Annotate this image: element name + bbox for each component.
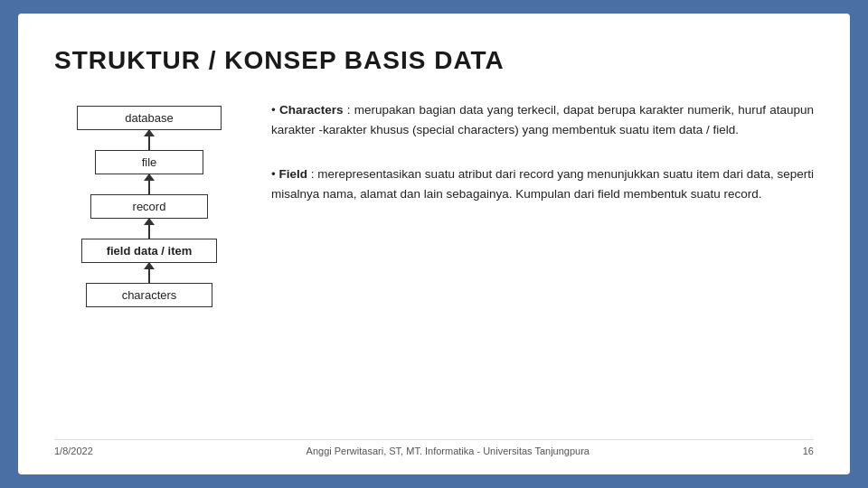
box-characters: characters	[86, 283, 212, 307]
arrow-file-to-record	[148, 174, 150, 194]
bullet-dot-2: •	[271, 167, 279, 181]
slide-footer: 1/8/2022 Anggi Perwitasari, ST, MT. Info…	[54, 439, 814, 456]
slide-content: database file record field data / item c…	[54, 97, 814, 432]
diagram-column: database file record field data / item c…	[54, 97, 244, 432]
footer-author: Anggi Perwitasari, ST, MT. Informatika -…	[307, 446, 590, 456]
box-field: field data / item	[81, 239, 217, 263]
text-characters: : merupakan bagian data yang terkecil, d…	[271, 103, 814, 136]
text-column: • Characters : merupakan bagian data yan…	[271, 97, 814, 432]
footer-date: 1/8/2022	[54, 446, 93, 456]
text-field: : merepresentasikan suatu atribut dari r…	[271, 167, 814, 201]
box-record: record	[90, 194, 208, 219]
bullet-dot-1: •	[271, 103, 279, 117]
box-database: database	[77, 106, 222, 130]
label-field: Field	[279, 167, 308, 181]
arrow-record-to-field	[148, 219, 150, 239]
arrow-database-to-file	[148, 130, 150, 150]
label-characters: Characters	[279, 103, 344, 117]
box-file: file	[95, 150, 203, 174]
bullet-characters: • Characters : merupakan bagian data yan…	[271, 100, 814, 139]
arrow-field-to-characters	[148, 263, 150, 283]
slide: STRUKTUR / KONSEP BASIS DATA database fi…	[18, 14, 850, 474]
bullet-field: • Field : merepresentasikan suatu atribu…	[271, 164, 814, 203]
slide-title: STRUKTUR / KONSEP BASIS DATA	[54, 46, 814, 75]
footer-page: 16	[803, 446, 814, 456]
diagram-container: database file record field data / item c…	[77, 106, 222, 307]
